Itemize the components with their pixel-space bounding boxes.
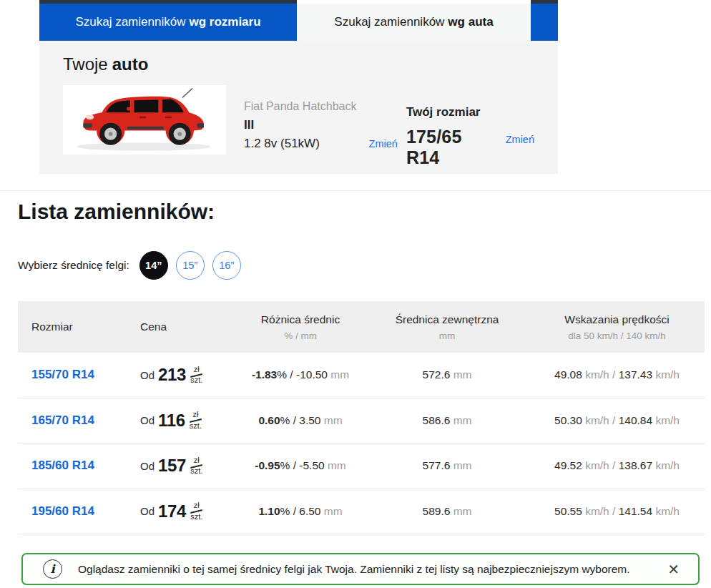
col-header-diff: Różnica średnic % / mm [236,313,365,341]
speed-140: 137.43 [619,368,652,381]
filter-label: Wybierz średnicę felgi: [18,259,129,272]
price-unit-bottom: szt. [190,467,202,476]
price-unit: złszt. [190,456,202,476]
tabbar-filler [531,0,558,41]
size-link[interactable]: 185/60 R14 [31,459,94,472]
car-engine: 1.2 8v (51kW) [244,134,320,153]
price-unit-top: zł [194,501,200,510]
speed-50: 50.55 [554,505,582,517]
tab-label: Szukaj zamienników [334,15,444,29]
price-prefix: Od [140,369,155,381]
speed-cell: 50.55 km/h / 141.54 km/h [529,505,705,518]
slash: / [293,414,296,426]
your-car-heading-normal: Twoje [63,54,108,74]
col-header-speed-sub: dla 50 km/h / 140 km/h [529,330,705,341]
speed-cell: 49.08 km/h / 137.43 km/h [529,368,705,381]
price-cell: Od 174 złszt. [129,501,236,521]
mm-unit: mm [453,414,472,426]
diff-cell: -0.95% / -5.50 mm [236,459,365,472]
diff-percent: -0.95 [255,459,280,471]
percent-sign: % [280,414,290,426]
diff-mm: -5.50 [299,459,324,471]
col-header-diameter-label: Średnica zewnętrzna [365,313,529,326]
mm-unit: mm [453,368,472,381]
slash: / [612,505,615,517]
col-header-diameter: Średnica zewnętrzna mm [365,313,529,341]
price-unit-top: zł [194,366,200,374]
slash: / [290,368,293,381]
speed-cell: 50.30 km/h / 140.84 km/h [529,414,705,427]
col-header-speed-label: Wskazania prędkości [529,313,705,326]
size-link[interactable]: 155/70 R14 [31,368,94,381]
page-title: Lista zamienników: [18,200,711,224]
rim-diameter-filter: Wybierz średnicę felgi: 14” 15” 16” [18,251,711,280]
price-unit-top: zł [192,411,198,419]
your-size-value: 175/65 R14 [406,127,494,168]
change-size-link[interactable]: Zmień [506,134,534,145]
your-car-heading: Twojeauto [63,54,534,74]
price-cell: Od 116 złszt. [129,411,236,431]
car-model: Fiat Panda Hatchback [244,98,398,116]
size-link[interactable]: 195/60 R14 [31,504,94,518]
section-divider [0,190,711,191]
diff-percent: 0.60 [258,414,280,426]
size-link[interactable]: 165/70 R14 [31,413,94,427]
price-prefix: Od [140,505,155,517]
percent-sign: % [277,368,287,381]
mm-unit: mm [453,459,472,471]
mm-unit: mm [324,505,343,517]
table-row: 165/70 R14 Od 116 złszt. 0.60% / 3.50 mm… [18,398,705,444]
price-value: 116 [158,411,185,431]
your-car-heading-bold: auto [112,54,149,74]
diameter-option-15[interactable]: 15” [176,251,205,280]
tab-label: Szukaj zamienników [75,15,185,29]
price-unit-bottom: szt. [190,422,202,431]
info-icon: i [43,559,62,579]
slash: / [612,368,615,381]
mm-unit: mm [330,368,349,381]
diameter-value: 589.6 [423,505,451,517]
speed-50: 50.30 [554,414,582,426]
col-header-diameter-sub: mm [365,330,529,341]
mm-unit: mm [324,414,343,426]
speed-140: 141.54 [619,505,652,517]
mm-unit: mm [453,505,472,517]
speed-cell: 49.52 km/h / 138.67 km/h [529,459,705,472]
diameter-option-14[interactable]: 14” [139,251,168,280]
tab-label-bold: wg auta [448,15,493,29]
tab-search-by-car[interactable]: Szukaj zamienników wg auta [297,0,531,41]
percent-sign: % [280,505,290,517]
price-unit: złszt. [190,411,202,430]
tab-label-bold: wg rozmiaru [189,15,260,29]
price-unit-top: zł [194,456,200,465]
info-banner-text: Oglądasz zamienniki o tej samej średnicy… [78,563,662,576]
price-cell: Od 157 złszt. [129,456,236,476]
col-header-speed: Wskazania prędkości dla 50 km/h / 140 km… [529,313,705,341]
diameter-cell: 586.6 mm [365,414,529,427]
change-car-link[interactable]: Zmień [369,136,398,152]
diff-mm: -10.50 [296,368,328,381]
percent-sign: % [280,459,290,471]
price-unit: złszt. [190,366,202,385]
price-cell: Od 213 złszt. [129,365,236,385]
table-header: Rozmiar Cena Różnica średnic % / mm Śred… [18,301,705,353]
tab-search-by-size[interactable]: Szukaj zamienników wg rozmiaru [39,0,297,41]
col-header-diff-sub: % / mm [236,330,365,341]
safety-info-banner: i Oglądasz zamienniki o tej samej średni… [21,553,700,585]
kmh-unit: km/h [585,505,609,517]
price-value: 157 [158,456,186,476]
kmh-unit: km/h [585,414,609,426]
price-unit-bottom: szt. [190,513,202,521]
close-icon[interactable]: ✕ [662,561,685,578]
diff-percent: -1.83 [252,368,277,381]
car-image [63,85,226,155]
your-size-label: Twój rozmiar [406,105,534,119]
diameter-option-16[interactable]: 16” [212,251,241,280]
diff-percent: 1.10 [258,505,280,517]
slash: / [293,505,296,517]
price-prefix: Od [140,414,155,426]
red-hatchback-illustration [64,86,225,154]
diff-mm: 3.50 [299,414,320,426]
speed-140: 138.67 [619,459,652,471]
mm-unit: mm [328,459,346,471]
